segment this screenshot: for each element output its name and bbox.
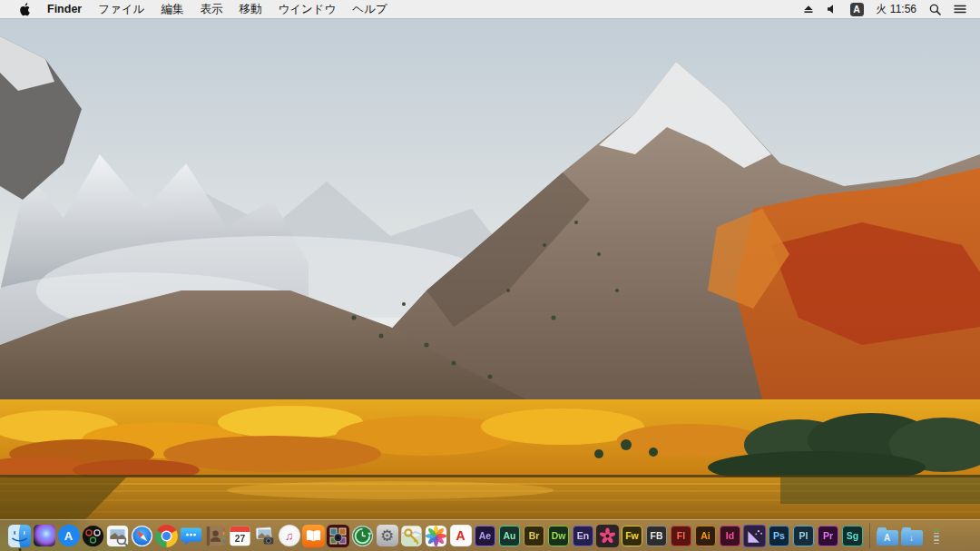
dock-item-speedgrade[interactable]: Sg (841, 525, 864, 547)
illustrator-icon: Ai (695, 526, 716, 546)
flash-icon: Fl (671, 526, 691, 546)
dock-divider (869, 523, 870, 548)
recent-document-icon (932, 527, 941, 544)
dock-item-image-capture[interactable] (253, 525, 276, 547)
photos-icon (425, 525, 447, 547)
prelude-icon: Pl (793, 526, 814, 546)
menu-help[interactable]: ヘルプ (344, 0, 395, 18)
dock-item-keychain-access[interactable] (400, 525, 423, 547)
encore-icon: En (573, 526, 593, 546)
dock-item-illustrator[interactable]: Ai (694, 525, 717, 547)
menu-view[interactable]: 表示 (191, 0, 230, 18)
acrobat-reader-icon: A (450, 525, 472, 546)
menu-file[interactable]: ファイル (90, 0, 152, 18)
dock-item-itunes[interactable]: ♫ (278, 525, 300, 547)
flash-builder-icon: FB (646, 526, 667, 546)
desktop: Finderファイル編集表示移動ウインドウヘルプ A 火 11:56 A27♫⚙… (0, 0, 980, 551)
system-preferences-icon: ⚙ (377, 525, 398, 546)
eject-icon[interactable] (797, 4, 820, 15)
dreamweaver-icon: Dw (548, 526, 569, 546)
ibooks-icon (302, 525, 325, 547)
photoshop-icon: Ps (769, 526, 789, 546)
finder-icon (8, 525, 31, 547)
apple-icon (18, 3, 30, 16)
menu-bar: Finderファイル編集表示移動ウインドウヘルプ A 火 11:56 (0, 0, 980, 18)
dock-item-adobe-flower-app[interactable] (596, 525, 619, 547)
dock-item-time-machine[interactable] (351, 525, 374, 547)
after-effects-icon: Ae (475, 526, 495, 546)
keychain-access-icon (400, 525, 423, 547)
dock-item-recent-document[interactable] (925, 525, 947, 547)
contacts-icon (204, 525, 227, 547)
dock-item-system-preferences[interactable]: ⚙ (376, 525, 398, 547)
input-source-menu[interactable]: A (844, 3, 870, 16)
dock-item-dreamweaver[interactable]: Dw (547, 525, 570, 547)
menu-bar-left: Finderファイル編集表示移動ウインドウヘルプ (0, 0, 396, 18)
messages-icon (180, 525, 202, 547)
calendar-icon: 27 (229, 525, 251, 547)
dock-item-preview[interactable] (106, 525, 129, 547)
dock-item-audition[interactable]: Au (498, 525, 521, 547)
dock-item-safari[interactable] (131, 525, 153, 547)
time-machine-icon (351, 525, 374, 547)
wallpaper-image (0, 18, 980, 551)
dock-item-photos[interactable] (425, 525, 447, 547)
dock-item-contacts[interactable] (204, 525, 227, 547)
dock-item-app-store[interactable]: A (57, 525, 80, 547)
dock-item-flash[interactable]: Fl (670, 525, 692, 547)
dock: A27♫⚙AAeAuBrDwEnFwFBFlAiIdPsPlPrSgA↓ (0, 519, 980, 551)
safari-icon (131, 525, 153, 547)
dock-item-encore[interactable]: En (572, 525, 594, 547)
app-store-icon: A (58, 525, 80, 546)
dock-item-premiere[interactable]: Pr (817, 525, 839, 547)
dock-item-applications-folder[interactable]: A (876, 525, 898, 547)
dock-item-flash-builder[interactable]: FB (645, 525, 668, 547)
adobe-flower-app-icon (596, 525, 619, 547)
menu-bar-status: A 火 11:56 (797, 2, 980, 17)
dock-item-after-effects[interactable]: Ae (474, 525, 496, 547)
dock-item-bridge[interactable]: Br (523, 525, 545, 547)
menu-finder[interactable]: Finder (39, 0, 90, 18)
dock-item-indesign[interactable]: Id (719, 525, 741, 547)
media-encoder-icon (743, 525, 766, 547)
menu-go[interactable]: 移動 (230, 0, 270, 18)
dock-item-fireworks[interactable]: Fw (621, 525, 643, 547)
photo-booth-icon (327, 525, 349, 547)
speedgrade-icon: Sg (842, 526, 863, 546)
chrome-icon (155, 525, 178, 547)
dock-item-messages[interactable] (180, 525, 202, 547)
dock-item-photoshop[interactable]: Ps (768, 525, 790, 547)
dock-item-acrobat-reader[interactable]: A (449, 525, 472, 547)
dock-item-media-encoder[interactable] (743, 525, 766, 547)
dock-item-dashboard[interactable] (82, 525, 104, 547)
dock-item-siri[interactable] (33, 525, 55, 547)
dock-item-finder[interactable] (8, 525, 31, 547)
bridge-icon: Br (524, 526, 544, 546)
notification-center-icon[interactable] (947, 4, 973, 15)
finder-running-indicator (18, 548, 21, 551)
svg-text:27: 27 (235, 534, 246, 544)
menu-window[interactable]: ウインドウ (270, 0, 344, 18)
siri-icon (34, 525, 55, 546)
applications-folder-icon: A (877, 526, 898, 546)
dock-item-downloads-folder[interactable]: ↓ (900, 525, 923, 547)
itunes-icon: ♫ (279, 525, 300, 546)
dock-item-chrome[interactable] (155, 525, 178, 547)
menu-bar-clock[interactable]: 火 11:56 (870, 2, 923, 17)
spotlight-icon[interactable] (923, 4, 947, 15)
input-source-badge: A (850, 3, 864, 16)
dock-item-photo-booth[interactable] (327, 525, 349, 547)
fireworks-icon: Fw (622, 526, 642, 546)
image-capture-icon (253, 525, 276, 547)
volume-icon[interactable] (820, 4, 844, 15)
dock-item-calendar[interactable]: 27 (229, 525, 251, 547)
dashboard-icon (82, 525, 104, 547)
dock-item-prelude[interactable]: Pl (792, 525, 815, 547)
menu-edit[interactable]: 編集 (152, 0, 191, 18)
indesign-icon: Id (720, 526, 740, 546)
dock-item-trash[interactable] (949, 525, 972, 547)
preview-icon (106, 525, 129, 547)
apple-menu[interactable] (9, 3, 39, 16)
dock-item-ibooks[interactable] (302, 525, 325, 547)
downloads-folder-icon: ↓ (901, 526, 923, 546)
